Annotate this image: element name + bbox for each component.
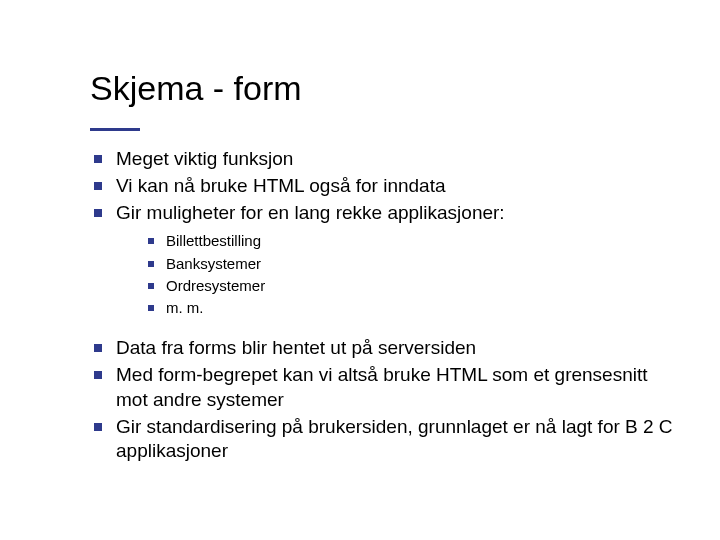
list-item-text: m. m. [166,299,204,316]
list-item: Med form-begrepet kan vi altså bruke HTM… [90,363,680,412]
list-item-text: Gir muligheter for en lang rekke applika… [116,202,505,223]
list-item-text: Vi kan nå bruke HTML også for inndata [116,175,446,196]
list-item: m. m. [146,298,680,318]
bullet-list: Meget viktig funksjon Vi kan nå bruke HT… [90,147,680,464]
list-item-text: Ordresystemer [166,277,265,294]
list-item-text: Med form-begrepet kan vi altså bruke HTM… [116,364,648,410]
accent-line [90,128,140,131]
list-item: Meget viktig funksjon [90,147,680,172]
list-item-text: Gir standardisering på brukersiden, grun… [116,416,673,462]
list-item-text: Banksystemer [166,255,261,272]
list-item-text: Meget viktig funksjon [116,148,293,169]
list-item-text: Billettbestilling [166,232,261,249]
slide: Skjema - form Meget viktig funksjon Vi k… [0,0,720,540]
slide-title: Skjema - form [90,70,680,107]
list-item: Billettbestilling [146,231,680,251]
list-item-text: Data fra forms blir hentet ut på servers… [116,337,476,358]
sub-bullet-list: Billettbestilling Banksystemer Ordresyst… [116,231,680,318]
list-item: Data fra forms blir hentet ut på servers… [90,336,680,361]
list-item: Vi kan nå bruke HTML også for inndata [90,174,680,199]
list-item: Gir muligheter for en lang rekke applika… [90,201,680,319]
list-item: Gir standardisering på brukersiden, grun… [90,415,680,464]
list-item: Ordresystemer [146,276,680,296]
list-item: Banksystemer [146,254,680,274]
